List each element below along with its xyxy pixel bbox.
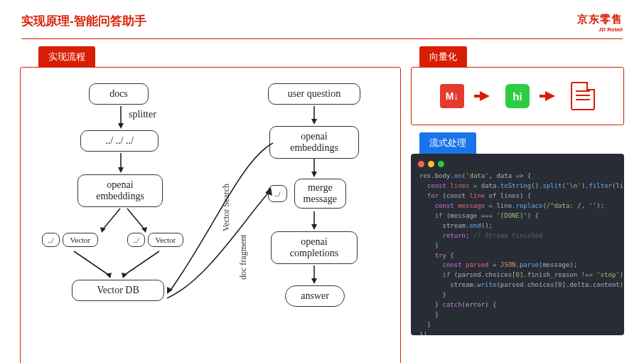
splitter-label: splitter	[129, 109, 156, 120]
vector-pair-2: ../ Vector	[127, 233, 183, 247]
arrow-merge-icon	[70, 251, 163, 280]
document-icon	[571, 82, 595, 110]
svg-marker-15	[311, 278, 317, 284]
node-user-question: user question	[268, 83, 360, 105]
svg-marker-5	[141, 227, 147, 233]
arrow-icon	[313, 106, 315, 125]
arrow-fork-icon	[99, 209, 149, 234]
svg-marker-3	[118, 167, 124, 173]
stream-section: 流式处理 res.body.on('data', data => { const…	[411, 132, 624, 335]
node-vectordb: Vector DB	[72, 280, 164, 301]
vector-box: Vector	[63, 233, 99, 247]
brand-en: JD Retail	[577, 26, 623, 33]
close-dot-icon	[418, 161, 424, 167]
brand-logo: 京东零售 JD Retail	[577, 13, 623, 33]
svg-marker-1	[118, 123, 124, 129]
hi-icon: hi	[505, 84, 530, 108]
svg-marker-4	[100, 227, 106, 233]
header: 实现原理-智能问答助手 京东零售 JD Retail	[0, 0, 644, 37]
vector-tab: 向量化	[419, 46, 467, 68]
vector-box: Vector	[148, 233, 184, 247]
arrow-icon	[313, 265, 315, 284]
flow-panel: docs splitter ../ ../ ../ openai embeddi…	[20, 67, 401, 363]
svg-marker-9	[311, 119, 317, 125]
vector-pair-1: ../ Vector	[42, 233, 98, 247]
markdown-icon: M↓	[440, 84, 464, 108]
vector-section: 向量化 M↓ hi	[411, 46, 624, 125]
window-buttons	[411, 158, 624, 172]
svg-marker-7	[122, 273, 127, 278]
flow-column: 实现流程 docs splitter ../ ../ ../ openai em…	[20, 46, 401, 363]
body: 实现流程 docs splitter ../ ../ ../ openai em…	[0, 46, 644, 363]
chunk-box: ../	[127, 233, 145, 247]
arrow-icon	[313, 211, 315, 230]
divider	[21, 38, 623, 39]
right-column: 向量化 M↓ hi 流式处理 res.body.on('d	[411, 46, 624, 363]
doc-fragment-label: doc fragment	[238, 234, 249, 280]
node-chunks: ../ ../ ../	[80, 130, 159, 152]
merge-message: merge message	[294, 179, 346, 209]
maximize-dot-icon	[438, 161, 444, 167]
chunk-box: ../	[42, 233, 60, 247]
svg-marker-11	[311, 172, 317, 177]
vector-panel: M↓ hi	[411, 67, 624, 125]
arrow-right-icon	[480, 91, 490, 101]
brand-cn: 京东零售	[577, 13, 623, 26]
node-embeddings-left: openai embeddings	[77, 174, 163, 207]
slide: 实现原理-智能问答助手 京东零售 JD Retail 实现流程 docs spl…	[0, 0, 644, 363]
vector-search-arrow-icon	[163, 139, 277, 298]
minimize-dot-icon	[428, 161, 434, 167]
node-completions: openai completions	[271, 231, 358, 264]
vector-search-label: Vector Search	[221, 184, 232, 231]
svg-marker-13	[311, 224, 317, 230]
arrow-icon	[313, 159, 315, 177]
code-block: res.body.on('data', data => { const line…	[411, 172, 624, 335]
slide-title: 实现原理-智能问答助手	[21, 13, 146, 29]
node-answer: answer	[285, 285, 345, 307]
node-merge: ../ merge message	[268, 179, 346, 209]
arrow-icon	[120, 153, 122, 173]
node-embeddings-right: openai embeddings	[269, 126, 359, 159]
arrow-right-icon	[545, 91, 555, 101]
svg-marker-16	[167, 287, 173, 294]
flow-tab: 实现流程	[38, 46, 95, 68]
svg-marker-6	[106, 273, 112, 278]
stream-tab: 流式处理	[419, 132, 476, 154]
code-panel: res.body.on('data', data => { const line…	[411, 154, 624, 335]
arrow-icon	[120, 106, 122, 129]
node-docs: docs	[89, 83, 149, 105]
merge-chunk: ../	[268, 185, 287, 202]
